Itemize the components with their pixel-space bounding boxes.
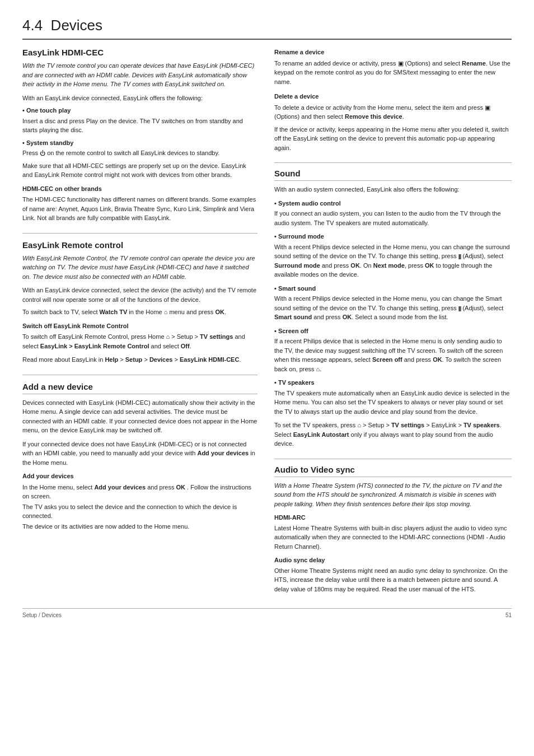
home-icon-inline: ⌂ xyxy=(164,309,168,315)
audio-sync-delay-title: Audio sync delay xyxy=(274,556,512,565)
left-column: EasyLink HDMI-CEC With the TV remote con… xyxy=(22,48,257,597)
tv-speakers-para: To set the TV speakers, press ⌂ > Setup … xyxy=(274,421,512,449)
system-audio-title: • System audio control xyxy=(274,199,512,208)
delete-device-title: Delete a device xyxy=(274,92,512,101)
add-device-para1: Devices connected with EasyLink (HDMI-CE… xyxy=(22,398,257,435)
right-column: Rename a device To rename an added devic… xyxy=(274,48,512,597)
smart-sound-title: • Smart sound xyxy=(274,284,512,293)
avs-intro: With a Home Theatre System (HTS) connect… xyxy=(274,481,512,509)
options-icon-1: ▣ xyxy=(398,60,404,67)
home-icon-2: ⌂ xyxy=(166,333,170,340)
one-touch-text: Insert a disc and press Play on the devi… xyxy=(22,116,257,135)
title-text: Devices xyxy=(51,17,102,34)
easylink-remote-para2: To switch back to TV, select Watch TV in… xyxy=(22,307,257,317)
avs-title: Audio to Video sync xyxy=(274,465,512,477)
system-standby-text: Press ⏻ on the remote control to switch … xyxy=(22,148,257,158)
sound-section: Sound With an audio system connected, Ea… xyxy=(274,169,512,459)
avs-section: Audio to Video sync With a Home Theatre … xyxy=(274,465,512,594)
add-your-devices-line2: The TV asks you to select the device and… xyxy=(22,502,257,521)
hdmi-cec-brands-title: HDMI-CEC on other brands xyxy=(22,184,257,194)
audio-sync-delay-text: Other Home Theatre Systems might need an… xyxy=(274,566,512,594)
easylink-hdmi-section: EasyLink HDMI-CEC With the TV remote con… xyxy=(22,48,257,234)
surround-mode-title: • Surround mode xyxy=(274,232,512,241)
page-container: 4.4 Devices EasyLink HDMI-CEC With the T… xyxy=(22,17,512,618)
easylink-para2: Make sure that all HDMI-CEC settings are… xyxy=(22,161,257,180)
power-icon: ⏻ xyxy=(40,150,45,156)
add-device-title: Add a new device xyxy=(22,382,257,394)
easylink-remote-para1: With an EasyLink device connected, selec… xyxy=(22,286,257,304)
rename-device-title: Rename a device xyxy=(274,48,512,57)
main-title-block: 4.4 Devices xyxy=(22,17,512,40)
sound-intro: With an audio system connected, EasyLink… xyxy=(274,185,512,194)
footer-right: 51 xyxy=(505,612,512,618)
easylink-remote-title: EasyLink Remote control xyxy=(22,240,257,250)
rename-device-text: To rename an added device or activity, p… xyxy=(274,59,512,87)
tv-speakers-title: • TV speakers xyxy=(274,378,512,388)
add-device-section: Add a new device Devices connected with … xyxy=(22,382,257,531)
switch-off-easylink-text: To switch off EasyLink Remote Control, p… xyxy=(22,332,257,351)
switch-off-easylink-title: Switch off EasyLink Remote Control xyxy=(22,321,257,331)
easylink-hdmi-intro: With the TV remote control you can opera… xyxy=(22,61,257,89)
two-column-layout: EasyLink HDMI-CEC With the TV remote con… xyxy=(22,48,512,597)
add-your-devices-text1: In the Home menu, select Add your device… xyxy=(22,483,257,501)
options-icon-2: ▣ xyxy=(485,104,490,111)
footer-left: Setup / Devices xyxy=(22,612,62,618)
delete-device-text1: To delete a device or activity from the … xyxy=(274,103,512,122)
one-touch-title: • One touch play xyxy=(22,106,257,115)
home-icon-3: ⌂ xyxy=(357,422,361,428)
page-footer: Setup / Devices 51 xyxy=(22,608,512,618)
easylink-remote-intro: With EasyLink Remote Control, the TV rem… xyxy=(22,254,257,282)
delete-device-para2: If the device or activity, keeps appeari… xyxy=(274,125,512,153)
adjust-icon-2: ||| xyxy=(458,306,461,311)
easylink-remote-section: EasyLink Remote control With EasyLink Re… xyxy=(22,240,257,375)
smart-sound-text: With a recent Philips device selected in… xyxy=(274,294,512,322)
system-audio-text: If you connect an audio system, you can … xyxy=(274,209,512,227)
add-your-devices-title: Add your devices xyxy=(22,472,257,481)
add-your-devices-line3: The device or its activities are now add… xyxy=(22,522,257,531)
easylink-hdmi-para1: With an EasyLink device connected, EasyL… xyxy=(22,94,257,103)
tv-speakers-text: The TV speakers mute automatically when … xyxy=(274,389,512,417)
title-number: 4.4 xyxy=(22,17,43,34)
hdmi-arc-text: Latest Home Theatre Systems with built-i… xyxy=(274,524,512,552)
hdmi-arc-title: HDMI-ARC xyxy=(274,513,512,522)
screen-off-text: If a recent Philips device that is selec… xyxy=(274,337,512,374)
adjust-icon-1: ||| xyxy=(458,254,461,259)
hdmi-cec-brands-text: The HDMI-CEC functionality has different… xyxy=(22,195,257,223)
add-device-para2: If your connected device does not have E… xyxy=(22,440,257,468)
easylink-help-link: Read more about EasyLink in Help > Setup… xyxy=(22,355,257,365)
easylink-hdmi-title: EasyLink HDMI-CEC xyxy=(22,48,257,57)
screen-off-title: • Screen off xyxy=(274,326,512,336)
system-standby-title: • System standby xyxy=(22,138,257,148)
surround-mode-text: With a recent Philips device selected in… xyxy=(274,242,512,279)
sound-title: Sound xyxy=(274,169,512,181)
delete-device-section: Delete a device To delete a device or ac… xyxy=(274,92,512,163)
rename-device-section: Rename a device To rename an added devic… xyxy=(274,48,512,86)
